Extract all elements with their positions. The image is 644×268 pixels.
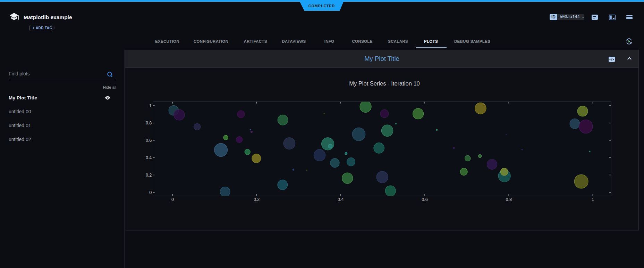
svg-text:</>: </> [609, 57, 614, 61]
svg-text:0.8: 0.8 [506, 197, 512, 202]
svg-text:+: + [32, 26, 34, 30]
svg-text:1: 1 [592, 197, 594, 202]
svg-text:0.2: 0.2 [254, 197, 260, 202]
svg-text:0.8: 0.8 [146, 121, 152, 125]
svg-text:0.4: 0.4 [146, 155, 152, 160]
svg-text:My Plot Series - Iteration 10: My Plot Series - Iteration 10 [349, 80, 420, 87]
svg-text:0: 0 [149, 190, 152, 195]
svg-text:0.6: 0.6 [146, 138, 152, 143]
svg-text:0.6: 0.6 [422, 197, 427, 202]
svg-text:0.4: 0.4 [338, 197, 344, 202]
svg-text:1: 1 [149, 103, 152, 108]
svg-text:0.2: 0.2 [146, 173, 152, 178]
svg-text:0: 0 [171, 197, 174, 202]
svg-text:ADD TAG: ADD TAG [36, 26, 52, 30]
